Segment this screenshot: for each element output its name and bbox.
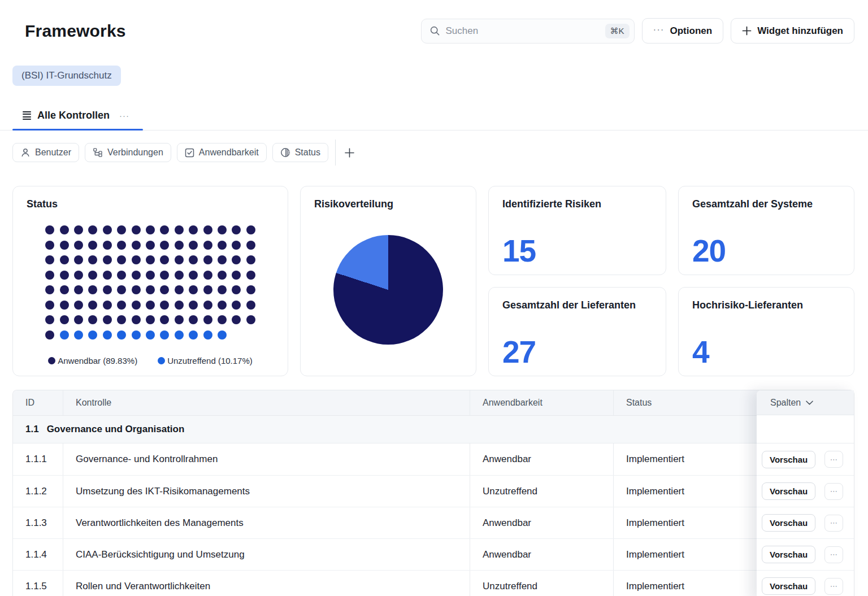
filter-status[interactable]: Status (272, 143, 328, 162)
row-control: Rollen und Verantwortlichkeiten (63, 571, 470, 596)
columns-menu-button[interactable]: Spalten (757, 390, 854, 415)
row-actions: Vorschau ⋯ (757, 443, 854, 475)
row-actions: Vorschau ⋯ (757, 570, 854, 596)
filter-anwendbarkeit[interactable]: Anwendbarkeit (177, 143, 267, 162)
filter-verbindungen[interactable]: Verbindungen (85, 143, 171, 162)
status-legend: Anwendbar (89.83%) Unzutreffend (10.17%) (13, 356, 288, 366)
dot-anwendbar (189, 301, 198, 310)
row-more-button[interactable]: ⋯ (824, 515, 843, 532)
stat-label: Hochrisiko-Lieferanten (692, 299, 840, 311)
dot-anwendbar (103, 301, 112, 310)
dot-anwendbar (189, 241, 198, 250)
add-filter-button[interactable] (339, 142, 359, 163)
dot-anwendbar (74, 315, 83, 324)
dot-anwendbar (246, 315, 255, 324)
column-header-id[interactable]: ID (13, 390, 63, 415)
legend-item-anwendbar: Anwendbar (89.83%) (48, 356, 137, 366)
dot-anwendbar (74, 301, 83, 310)
dot-anwendbar (146, 255, 155, 264)
dot-anwendbar (60, 225, 69, 234)
dot-anwendbar (146, 271, 155, 280)
actions-body: Vorschau ⋯ Vorschau ⋯ Vorschau ⋯ Vorscha… (757, 443, 854, 596)
user-icon (20, 147, 31, 158)
dot-anwendbar (132, 271, 141, 280)
row-actions: Vorschau ⋯ (757, 538, 854, 570)
dot-anwendbar (218, 315, 227, 324)
options-button[interactable]: ··· Optionen (642, 18, 724, 43)
dot-anwendbar (189, 271, 198, 280)
filter-status-label: Status (295, 147, 320, 158)
dot-anwendbar (45, 255, 54, 264)
add-widget-button[interactable]: Widget hinzufügen (731, 18, 854, 43)
dot-unzutreffend (146, 330, 155, 340)
dot-anwendbar (175, 271, 184, 280)
dot-anwendbar (60, 285, 69, 294)
table-row[interactable]: 1.1.3 Verantwortlichkeiten des Managemen… (13, 507, 854, 538)
dot-anwendbar (232, 285, 241, 294)
dot-anwendbar (232, 255, 241, 264)
dot-unzutreffend (103, 330, 112, 340)
dot-unzutreffend (203, 330, 212, 340)
dot-anwendbar (146, 301, 155, 310)
dot-anwendbar (189, 285, 198, 294)
tab-more-icon[interactable]: ··· (119, 111, 129, 120)
dot-anwendbar (132, 315, 141, 324)
row-more-button[interactable]: ⋯ (824, 578, 843, 595)
dot-unzutreffend (117, 330, 126, 340)
table-row[interactable]: 1.1.4 CIAA-Berücksichtigung und Umsetzun… (13, 538, 854, 570)
status-chart-title: Status (13, 186, 288, 210)
table-row[interactable]: 1.1.1 Governance- und Kontrollrahmen Anw… (13, 443, 854, 475)
dot-anwendbar (175, 225, 184, 234)
row-id: 1.1.1 (13, 443, 63, 475)
dot-anwendbar (232, 315, 241, 324)
row-more-button[interactable]: ⋯ (824, 483, 843, 500)
table-row[interactable]: 1.1.2 Umsetzung des IKT-Risikomanagement… (13, 475, 854, 507)
preview-button[interactable]: Vorschau (762, 546, 815, 563)
dot-anwendbar (160, 225, 169, 234)
columns-menu-label: Spalten (770, 398, 801, 408)
dot-anwendbar (74, 255, 83, 264)
filter-benutzer[interactable]: Benutzer (12, 143, 79, 162)
tab-alle-kontrollen[interactable]: Alle Kontrollen ··· (12, 110, 143, 130)
framework-chip[interactable]: (BSI) IT-Grundschutz (12, 66, 121, 86)
dot-anwendbar (103, 255, 112, 264)
dot-anwendbar (88, 241, 97, 250)
dot-anwendbar (45, 225, 54, 234)
risk-pie-title: Risikoverteilung (301, 186, 476, 210)
stat-column-2: Gesamtzahl der Systeme 20 Hochrisiko-Lie… (678, 186, 854, 376)
search-box[interactable]: ⌘K (421, 19, 635, 43)
dot-anwendbar (88, 301, 97, 310)
column-header-anwendbarkeit[interactable]: Anwendbarkeit (470, 390, 613, 415)
section-row[interactable]: 1.1 Governance und Organisation (13, 415, 854, 443)
legend-item-unzutreffend: Unzutreffend (10.17%) (158, 356, 253, 366)
table-row[interactable]: 1.1.5 Rollen und Verantwortlichkeiten Un… (13, 570, 854, 596)
risk-pie (333, 235, 443, 345)
tab-bar: Alle Kontrollen ··· (0, 105, 868, 130)
dot-anwendbar (132, 241, 141, 250)
top-bar: Frameworks ⌘K ··· Optionen Widget hinzuf… (0, 0, 868, 43)
row-more-button[interactable]: ⋯ (824, 546, 843, 563)
search-input[interactable] (446, 25, 605, 37)
column-header-kontrolle[interactable]: Kontrolle (63, 390, 470, 415)
dot-anwendbar (246, 271, 255, 280)
preview-button[interactable]: Vorschau (762, 514, 815, 532)
dot-anwendbar (45, 241, 54, 250)
preview-button[interactable]: Vorschau (762, 482, 815, 500)
stat-card-identifizierte-risiken: Identifizierte Risiken 15 (488, 186, 666, 275)
dot-anwendbar (88, 285, 97, 294)
checkbox-icon (185, 148, 194, 158)
dot-anwendbar (74, 271, 83, 280)
stat-label: Gesamtzahl der Lieferanten (502, 299, 652, 311)
preview-button[interactable]: Vorschau (762, 577, 815, 595)
row-id: 1.1.2 (13, 476, 63, 507)
stat-label: Identifizierte Risiken (502, 198, 652, 210)
options-button-label: Optionen (670, 25, 713, 37)
table-header: ID Kontrolle Anwendbarkeit Status (13, 390, 854, 415)
controls-table: ID Kontrolle Anwendbarkeit Status 1.1 Go… (12, 390, 854, 596)
row-more-button[interactable]: ⋯ (824, 451, 843, 468)
dot-anwendbar (88, 225, 97, 234)
dot-unzutreffend (60, 330, 69, 340)
row-control: Umsetzung des IKT-Risikomanagements (63, 476, 470, 507)
preview-button[interactable]: Vorschau (762, 451, 815, 468)
dot-anwendbar (203, 271, 212, 280)
